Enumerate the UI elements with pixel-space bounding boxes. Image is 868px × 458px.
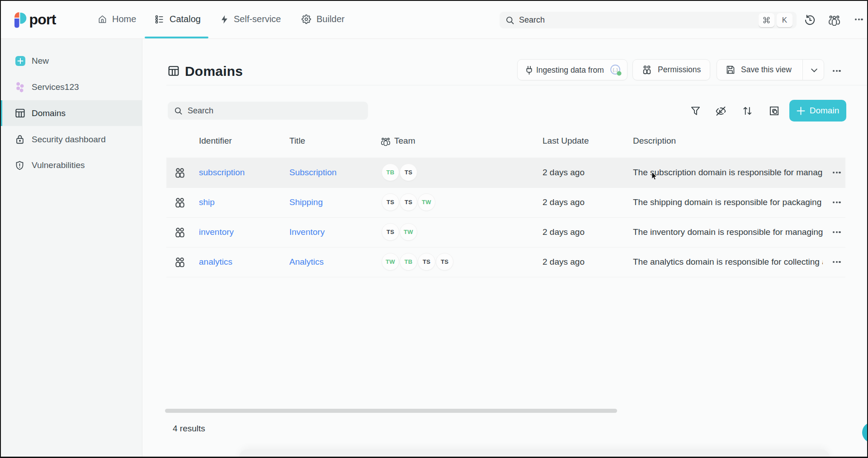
svg-text:port: port xyxy=(29,12,57,28)
svg-text:{..}: {..} xyxy=(613,68,618,72)
